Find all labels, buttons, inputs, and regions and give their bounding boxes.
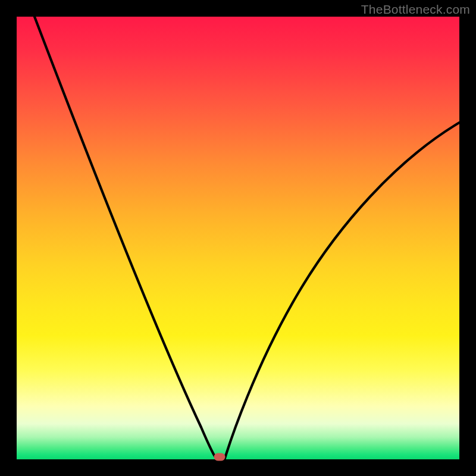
curve-left-branch [35,17,216,458]
watermark-text: TheBottleneck.com [361,2,470,17]
bottleneck-curve [17,17,459,459]
chart-plot-area [17,17,459,459]
trough-marker [214,453,226,461]
chart-frame: TheBottleneck.com [0,0,476,476]
curve-right-branch [225,123,459,458]
